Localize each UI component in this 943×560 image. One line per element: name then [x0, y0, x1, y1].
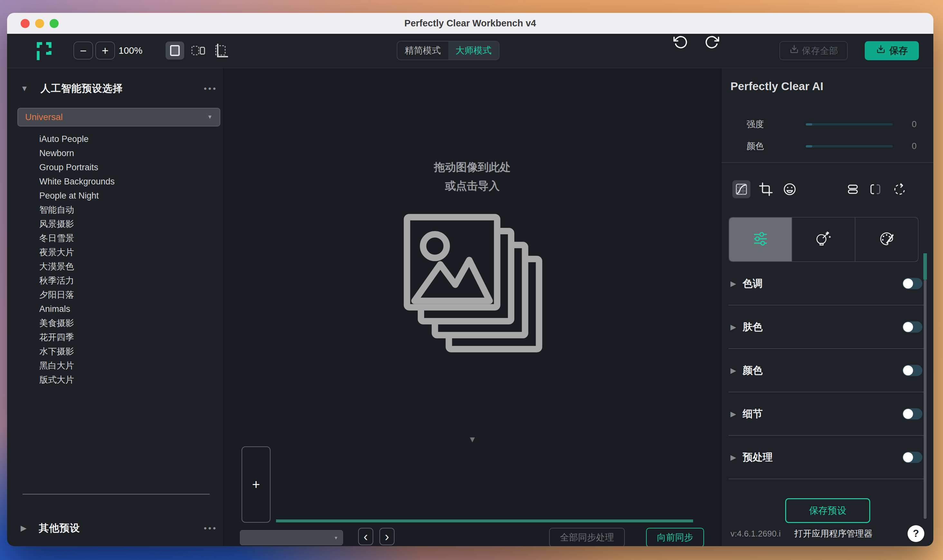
preset-list-item[interactable]: Animals: [7, 302, 223, 316]
view-mode-icons: [166, 42, 231, 60]
preset-list-item[interactable]: Newborn: [7, 146, 223, 160]
preset-group-value: Universal: [25, 112, 63, 122]
preset-list-item[interactable]: 夜景大片: [7, 245, 223, 259]
adjustment-sections: ▶ 色调 ▶ 肤色 ▶ 颜色: [721, 262, 933, 479]
more-options-icon[interactable]: •••: [204, 87, 217, 90]
expand-triangle-icon[interactable]: ▶: [730, 453, 736, 462]
desktop: Perfectly Clear Workbench v4 − + 100%: [0, 0, 943, 560]
image-drop-zone[interactable]: 拖动图像到此处 或点击导入: [402, 158, 543, 355]
more-options-icon[interactable]: •••: [204, 526, 217, 530]
preset-list-item[interactable]: 风景摄影: [7, 217, 223, 231]
download-icon: [876, 45, 886, 57]
curves-icon[interactable]: [732, 180, 750, 198]
tab-retouch[interactable]: [792, 218, 855, 262]
redo-button[interactable]: [702, 34, 721, 51]
filmstrip-scrollbar[interactable]: [276, 520, 693, 522]
previous-image-button[interactable]: ‹: [358, 528, 373, 545]
preset-list-item[interactable]: iAuto People: [7, 132, 223, 146]
panel-tabbar: [729, 217, 918, 262]
undo-button[interactable]: [671, 34, 690, 51]
section-label: 预处理: [743, 451, 773, 464]
next-image-button[interactable]: ›: [379, 528, 394, 545]
sync-all-button[interactable]: 全部同步处理: [549, 528, 625, 546]
preset-list-item[interactable]: People at Night: [7, 189, 223, 203]
section-toggle[interactable]: [903, 321, 922, 332]
expand-triangle-icon[interactable]: ▶: [730, 409, 736, 418]
add-image-button[interactable]: +: [242, 446, 271, 523]
section-toggle[interactable]: [903, 278, 922, 289]
zoom-in-button[interactable]: +: [96, 42, 115, 60]
drop-hint-line1: 拖动图像到此处: [402, 158, 543, 176]
panel-divider: [721, 162, 933, 163]
master-mode-tab[interactable]: 大师模式: [448, 42, 499, 60]
filmstrip-sort-dropdown[interactable]: ▼: [240, 530, 343, 545]
simple-mode-tab[interactable]: 精简模式: [398, 42, 448, 60]
preset-list-item[interactable]: 水下摄影: [7, 345, 223, 358]
section-toggle[interactable]: [903, 365, 922, 376]
other-presets-header[interactable]: ▶ 其他预设 •••: [21, 522, 217, 535]
expand-triangle-icon[interactable]: ▶: [730, 279, 736, 288]
preset-list-item[interactable]: 秋季活力: [7, 274, 223, 288]
collapse-triangle-icon[interactable]: ▼: [21, 84, 28, 93]
other-presets-title: 其他预设: [39, 522, 80, 535]
section-toggle[interactable]: [903, 452, 922, 463]
crop-view-icon[interactable]: [212, 42, 231, 60]
slider-row: 强度 0: [721, 113, 933, 135]
panel-scrollbar[interactable]: [923, 253, 927, 519]
flip-vertical-icon[interactable]: [844, 180, 862, 198]
slider-track[interactable]: [806, 145, 893, 148]
split-view-icon[interactable]: [189, 42, 207, 60]
preset-list-item[interactable]: 智能自动: [7, 203, 223, 217]
palette-icon: [878, 231, 895, 248]
save-button[interactable]: 保存: [865, 41, 919, 60]
tab-adjustments[interactable]: [729, 218, 792, 262]
zoom-out-button[interactable]: −: [74, 42, 93, 60]
expand-triangle-icon[interactable]: ▶: [730, 366, 736, 375]
adjustment-section-row: ▶ 肤色: [729, 305, 926, 349]
save-all-label: 保存全部: [802, 45, 838, 57]
ai-presets-header[interactable]: ▼ 人工智能预设选择 •••: [21, 82, 217, 95]
expand-triangle-icon[interactable]: ▶: [730, 323, 736, 331]
main-area: ▼ 人工智能预设选择 ••• Universal ▼ iAuto PeopleN…: [7, 68, 933, 546]
preset-list-item[interactable]: 黑白大片: [7, 358, 223, 373]
preset-list-item[interactable]: White Backgrounds: [7, 174, 223, 189]
preset-list-item[interactable]: 大漠景色: [7, 259, 223, 274]
tab-looks[interactable]: [855, 218, 918, 262]
toolbar: − + 100%: [7, 34, 933, 68]
presets-sidebar: ▼ 人工智能预设选择 ••• Universal ▼ iAuto PeopleN…: [7, 68, 224, 546]
help-button[interactable]: ?: [908, 525, 925, 542]
section-toggle[interactable]: [903, 408, 922, 419]
adjustment-section-row: ▶ 颜色: [729, 349, 926, 392]
scrollbar-track[interactable]: [924, 280, 926, 519]
filmstrip-handle-icon[interactable]: ▼: [468, 434, 477, 445]
save-preset-button[interactable]: 保存预设: [785, 498, 870, 523]
preset-list-item[interactable]: 夕阳日落: [7, 288, 223, 302]
app-window: Perfectly Clear Workbench v4 − + 100%: [7, 13, 933, 546]
open-app-manager-link[interactable]: 打开应用程序管理器: [794, 528, 872, 539]
preset-list-item[interactable]: Group Portraits: [7, 160, 223, 174]
ai-slider-rows: 强度 0 颜色 0: [721, 113, 933, 157]
ai-presets-title: 人工智能预设选择: [40, 82, 123, 95]
download-icon: [789, 45, 799, 57]
preset-list-item[interactable]: 版式大片: [7, 373, 223, 387]
single-view-icon[interactable]: [166, 42, 184, 60]
window-title: Perfectly Clear Workbench v4: [7, 13, 933, 34]
rotate-icon[interactable]: [890, 180, 908, 198]
face-retouch-icon[interactable]: [781, 180, 799, 198]
sync-forward-button[interactable]: 向前同步: [646, 528, 704, 546]
preset-list-item[interactable]: 美食摄影: [7, 316, 223, 330]
preset-list-item[interactable]: 花开四季: [7, 330, 223, 345]
scrollbar-thumb[interactable]: [923, 253, 927, 280]
section-label: 色调: [743, 277, 763, 290]
expand-triangle-icon[interactable]: ▶: [21, 524, 26, 533]
zoom-level: 100%: [119, 42, 142, 60]
save-all-button[interactable]: 保存全部: [780, 41, 847, 60]
crop-icon[interactable]: [757, 180, 775, 198]
preset-group-dropdown[interactable]: Universal ▼: [17, 108, 220, 126]
flip-horizontal-icon[interactable]: [866, 180, 884, 198]
section-label: 肤色: [743, 320, 763, 334]
mode-toggle: 精简模式 大师模式: [397, 41, 499, 60]
slider-track[interactable]: [806, 123, 893, 126]
preset-list-item[interactable]: 冬日雪景: [7, 231, 223, 245]
preset-list: iAuto PeopleNewbornGroup PortraitsWhite …: [7, 132, 223, 387]
